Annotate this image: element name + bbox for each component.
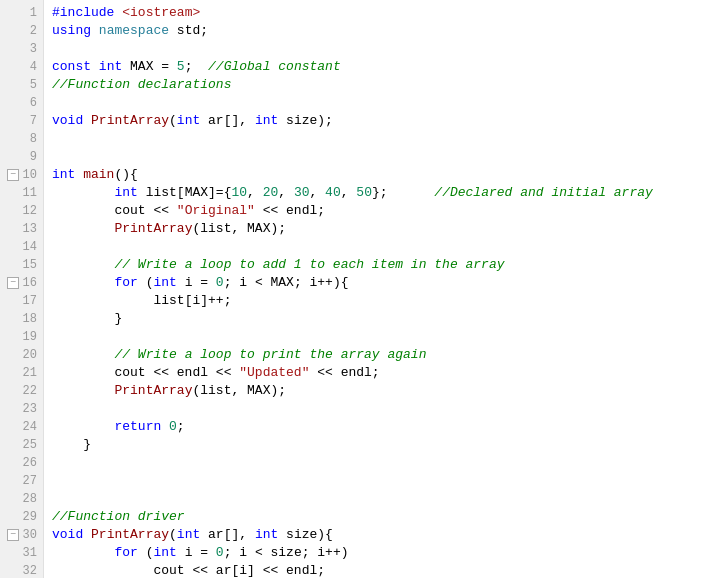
num-token: 30 [294, 184, 310, 202]
plain-token: ; [185, 58, 208, 76]
gutter-row: 4 [4, 58, 37, 76]
line-number: 9 [19, 148, 37, 166]
plain-token: (list, MAX); [192, 220, 286, 238]
plain-token: }; [372, 184, 434, 202]
plain-token: cout << ar[i] << endl; [52, 562, 325, 578]
code-line [52, 40, 717, 58]
plain-token: cout << endl << [52, 364, 239, 382]
line-number: 29 [19, 508, 37, 526]
line-numbers: 123456789−101112131415−16171819202122232… [0, 0, 44, 578]
code-line: cout << endl << "Updated" << endl; [52, 364, 717, 382]
kw-token: return [114, 418, 161, 436]
plain-token: ( [138, 274, 154, 292]
fn-token: PrintArray [114, 382, 192, 400]
plain-token: ; [177, 418, 185, 436]
plain-token: std; [169, 22, 208, 40]
kw-token: int [255, 526, 278, 544]
code-line: int list[MAX]={10, 20, 30, 40, 50}; //De… [52, 184, 717, 202]
code-line [52, 472, 717, 490]
plain-token [52, 274, 114, 292]
code-line: return 0; [52, 418, 717, 436]
code-line [52, 328, 717, 346]
code-line [52, 238, 717, 256]
plain-token: ( [169, 526, 177, 544]
kw-token: void [52, 526, 83, 544]
plain-token: ar[], [200, 112, 255, 130]
kw-token: int [52, 166, 75, 184]
gutter-row: 9 [4, 148, 37, 166]
gutter-row: 2 [4, 22, 37, 40]
plain-token: ( [169, 112, 177, 130]
code-line [52, 400, 717, 418]
gutter-row: 11 [4, 184, 37, 202]
code-line: cout << "Original" << endl; [52, 202, 717, 220]
line-number: 16 [19, 274, 37, 292]
fn-token: PrintArray [91, 112, 169, 130]
line-number: 10 [19, 166, 37, 184]
line-number: 3 [19, 40, 37, 58]
fold-button[interactable]: − [7, 277, 19, 289]
line-number: 1 [19, 4, 37, 22]
num-token: 0 [216, 274, 224, 292]
gutter-row: 23 [4, 400, 37, 418]
str-token: "Updated" [239, 364, 309, 382]
gutter-row: 32 [4, 562, 37, 578]
code-editor: 123456789−101112131415−16171819202122232… [0, 0, 717, 578]
plain-token [91, 58, 99, 76]
plain-token: , [247, 184, 263, 202]
line-number: 8 [19, 130, 37, 148]
code-line: //Function driver [52, 508, 717, 526]
fold-button[interactable]: − [7, 529, 19, 541]
gutter-row: 5 [4, 76, 37, 94]
code-content[interactable]: #include <iostream>using namespace std; … [44, 0, 717, 578]
kw-token: int [177, 526, 200, 544]
plain-token: ; i < MAX; i++){ [224, 274, 349, 292]
plain-token [75, 166, 83, 184]
line-number: 30 [19, 526, 37, 544]
cmt-token: //Function driver [52, 508, 185, 526]
num-token: 10 [231, 184, 247, 202]
str-token: <iostream> [122, 4, 200, 22]
gutter-row: 29 [4, 508, 37, 526]
plain-token: cout << [52, 202, 177, 220]
kw-token: int [114, 184, 137, 202]
code-line: #include <iostream> [52, 4, 717, 22]
plain-token [52, 346, 114, 364]
fn-token: PrintArray [91, 526, 169, 544]
plain-token: ; i < size; i++) [224, 544, 349, 562]
code-line [52, 148, 717, 166]
kw-token: int [177, 112, 200, 130]
plain-token: , [278, 184, 294, 202]
num-token: 40 [325, 184, 341, 202]
gutter-row: 31 [4, 544, 37, 562]
plain-token [91, 22, 99, 40]
code-line [52, 130, 717, 148]
code-line [52, 454, 717, 472]
plain-token [52, 184, 114, 202]
line-number: 27 [19, 472, 37, 490]
gutter-row: 20 [4, 346, 37, 364]
code-line [52, 94, 717, 112]
num-token: 20 [263, 184, 279, 202]
code-line: cout << ar[i] << endl; [52, 562, 717, 578]
plain-token: size){ [278, 526, 333, 544]
str-token: "Original" [177, 202, 255, 220]
cmt-token: //Declared and initial array [434, 184, 652, 202]
fold-button[interactable]: − [7, 169, 19, 181]
num-token: 50 [356, 184, 372, 202]
plain-token [52, 382, 114, 400]
line-number: 13 [19, 220, 37, 238]
kw-token: for [114, 274, 137, 292]
code-line: list[i]++; [52, 292, 717, 310]
fn-token: main [83, 166, 114, 184]
plain-token [52, 418, 114, 436]
gutter-row: 15 [4, 256, 37, 274]
plain-token: size); [278, 112, 333, 130]
plain-token: ar[], [200, 526, 255, 544]
kw-token: int [99, 58, 122, 76]
num-token: 0 [169, 418, 177, 436]
code-line: // Write a loop to print the array again [52, 346, 717, 364]
code-line: for (int i = 0; i < size; i++) [52, 544, 717, 562]
code-line: using namespace std; [52, 22, 717, 40]
plain-token: i = [177, 274, 216, 292]
